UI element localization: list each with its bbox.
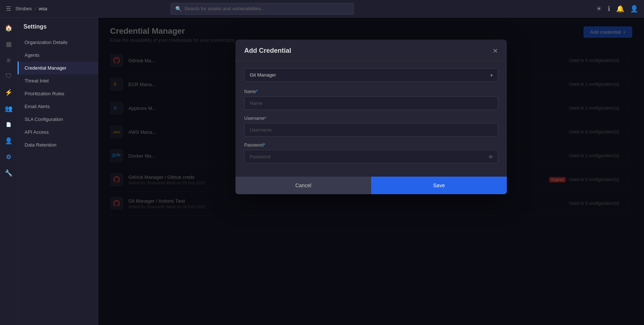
username-input[interactable]: [244, 123, 498, 137]
nav-team[interactable]: 👥: [1, 101, 16, 116]
sidebar-item-agents[interactable]: Agents: [18, 49, 98, 62]
search-bar[interactable]: 🔍: [171, 3, 354, 15]
nav-dashboard[interactable]: ▦: [1, 37, 16, 51]
sidebar: Settings Organization Details Agents Cre…: [18, 18, 98, 325]
info-icon[interactable]: ℹ: [608, 5, 610, 13]
search-icon: 🔍: [175, 6, 182, 12]
modal-close-button[interactable]: ✕: [493, 48, 498, 54]
sidebar-item-email-alerts[interactable]: Email Alerts: [18, 100, 98, 113]
modal-header: Add Credential ✕: [235, 40, 507, 61]
credential-type-select-wrapper: Git Manager GitHub Manager ECR Manager A…: [244, 68, 498, 82]
modal-title: Add Credential: [244, 47, 291, 55]
workspace-name: wsa: [39, 6, 47, 11]
search-input[interactable]: [184, 6, 349, 11]
password-visibility-toggle[interactable]: 👁: [488, 154, 494, 160]
nav-home[interactable]: 🏠: [1, 21, 16, 35]
nav-reports[interactable]: 📄: [1, 117, 16, 132]
password-input[interactable]: [244, 150, 498, 163]
credential-type-select[interactable]: Git Manager GitHub Manager ECR Manager A…: [244, 68, 498, 82]
menu-icon[interactable]: ☰: [6, 5, 11, 12]
sidebar-title: Settings: [18, 23, 98, 36]
name-field-group: Name*: [244, 89, 498, 110]
add-credential-modal: Add Credential ✕ Git Manager GitHub Mana…: [235, 40, 507, 194]
sidebar-item-prioritization-rules[interactable]: Prioritization Rules: [18, 87, 98, 100]
nav-security[interactable]: 🛡: [1, 69, 16, 84]
username-field-group: Username*: [244, 116, 498, 137]
main-content: Credential Manager Ease the reusability …: [98, 18, 644, 325]
password-input-wrapper: 👁: [244, 150, 498, 163]
save-button[interactable]: Save: [371, 177, 507, 194]
modal-body: Git Manager GitHub Manager ECR Manager A…: [235, 61, 507, 177]
notification-icon[interactable]: 🔔: [616, 5, 624, 13]
nav-users[interactable]: 👤: [1, 133, 16, 148]
username-label: Username*: [244, 116, 498, 121]
password-label: Password*: [244, 143, 498, 148]
password-field-group: Password* 👁: [244, 143, 498, 163]
sidebar-item-api-access[interactable]: API Access: [18, 126, 98, 139]
user-avatar-icon[interactable]: 👤: [630, 5, 638, 13]
modal-overlay: Add Credential ✕ Git Manager GitHub Mana…: [98, 18, 644, 325]
name-label: Name*: [244, 89, 498, 94]
brand-name: Strobes: [15, 6, 32, 11]
cancel-button[interactable]: Cancel: [235, 177, 371, 194]
breadcrumb-slash: /: [34, 6, 37, 11]
sidebar-item-sla-configuration[interactable]: SLA Configuration: [18, 113, 98, 126]
layout: 🏠 ▦ ⊞ 🛡 ⚡ 👥 📄 👤 ⚙ 🔧 Settings Organizatio…: [0, 18, 644, 325]
sidebar-item-data-retention[interactable]: Data Retention: [18, 139, 98, 151]
topbar-icons: ☀ ℹ 🔔 👤: [596, 5, 638, 13]
icon-nav: 🏠 ▦ ⊞ 🛡 ⚡ 👥 📄 👤 ⚙ 🔧: [0, 18, 18, 325]
topbar: ☰ Strobes / wsa 🔍 ☀ ℹ 🔔 👤: [0, 0, 644, 18]
nav-tools[interactable]: 🔧: [1, 166, 16, 180]
name-input[interactable]: [244, 96, 498, 110]
nav-alerts[interactable]: ⚡: [1, 85, 16, 100]
nav-settings[interactable]: ⚙: [1, 149, 16, 164]
sidebar-item-org-details[interactable]: Organization Details: [18, 36, 98, 49]
theme-icon[interactable]: ☀: [596, 5, 602, 13]
nav-apps[interactable]: ⊞: [1, 53, 16, 67]
breadcrumb: Strobes / wsa: [15, 6, 47, 11]
modal-footer: Cancel Save: [235, 177, 507, 194]
sidebar-item-credential-manager[interactable]: Credential Manager: [18, 62, 98, 74]
sidebar-item-threat-intel[interactable]: Threat Intel: [18, 74, 98, 87]
